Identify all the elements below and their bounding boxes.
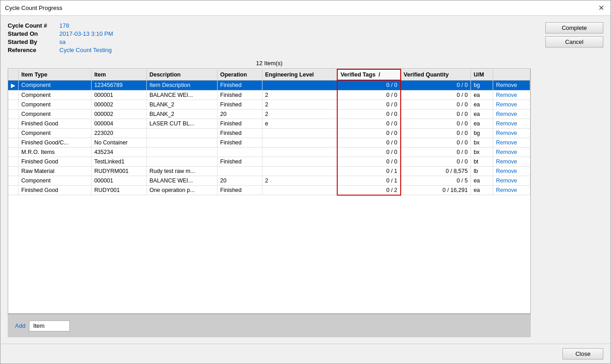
cell-verified-quantity: 0 / 0 [401,147,471,157]
row-indicator [8,109,19,119]
cell-action[interactable]: Remove [493,100,530,109]
table-row[interactable]: Component000001BALANCE WEI...2020 / 10 /… [8,176,530,185]
cell-action[interactable]: Remove [493,157,530,166]
cell-um: bg [470,128,493,138]
cell-item: 000004 [91,119,146,128]
window-close-button[interactable]: ✕ [596,5,606,12]
col-description[interactable]: Description [146,69,217,80]
cycle-count-label: Cycle Count # [8,22,58,29]
cell-item: 000002 [91,100,146,109]
col-verified-tags[interactable]: Verified Tags / [337,69,400,80]
col-item-type[interactable]: Item Type [19,69,92,80]
cell-item: 123456789 [91,80,146,90]
close-button[interactable]: Close [563,348,603,359]
cell-item-type: Finished Good [19,185,92,195]
cell-engineering-level: 2 [262,100,337,109]
table-row[interactable]: M.R.O. Items4352340 / 00 / 0bxRemove [8,147,530,157]
cell-verified-tags: 0 / 0 [337,157,400,166]
cell-um: bx [470,147,493,157]
table-row[interactable]: Component223020Finished0 / 00 / 0bgRemov… [8,128,530,138]
table-row[interactable]: Component000001BALANCE WEI...Finished20 … [8,90,530,100]
cell-operation: Finished [217,185,262,195]
reference-value: Cycle Count Testing [59,47,531,53]
remove-link[interactable]: Remove [496,168,517,174]
title-bar: Cycle Count Progress ✕ [0,0,611,16]
table-row[interactable]: Component000002BLANK_22020 / 00 / 0eaRem… [8,109,530,119]
remove-link[interactable]: Remove [496,92,517,98]
cancel-button[interactable]: Cancel [545,36,603,48]
info-grid: Cycle Count # 178 Started On 2017-03-13 … [8,22,531,53]
cell-action[interactable]: Remove [493,109,530,119]
table-body: ▶Component123456789Item DescriptionFinis… [8,80,530,195]
cell-verified-quantity: 0 / 0 [401,90,471,100]
row-indicator [8,166,19,176]
cell-item: 435234 [91,147,146,157]
cell-operation [217,166,262,176]
cell-um: ea [470,119,493,128]
cell-verified-quantity: 0 / 0 [401,80,471,90]
cell-action[interactable]: Remove [493,147,530,157]
remove-link[interactable]: Remove [496,111,517,117]
cell-operation: Finished [217,157,262,166]
cell-item-type: Component [19,80,92,90]
cell-engineering-level: 2 [262,176,337,185]
cell-action[interactable]: Remove [493,138,530,147]
cell-engineering-level [262,166,337,176]
cell-action[interactable]: Remove [493,166,530,176]
cell-action[interactable]: Remove [493,185,530,195]
cell-verified-tags: 0 / 0 [337,119,400,128]
cell-description: LASER CUT BL... [146,119,217,128]
complete-button[interactable]: Complete [545,22,603,34]
cell-engineering-level: 2 [262,109,337,119]
table-row[interactable]: ▶Component123456789Item DescriptionFinis… [8,80,530,90]
remove-link[interactable]: Remove [496,187,517,193]
main-window: Cycle Count Progress ✕ Cycle Count # 178… [0,0,611,364]
table-row[interactable]: Finished GoodRUDY001One operation p...Fi… [8,185,530,195]
cell-item: 000001 [91,90,146,100]
cell-verified-quantity: 0 / 5 [401,176,471,185]
remove-link[interactable]: Remove [496,149,517,155]
table-row[interactable]: Finished GoodTestLinked1Finished0 / 00 /… [8,157,530,166]
remove-link[interactable]: Remove [496,139,517,146]
cell-action[interactable]: Remove [493,119,530,128]
cell-action[interactable]: Remove [493,80,530,90]
cell-verified-quantity: 0 / 0 [401,100,471,109]
cell-action[interactable]: Remove [493,128,530,138]
row-indicator [8,90,19,100]
cell-description [146,138,217,147]
add-item-input[interactable] [29,321,70,331]
cell-item: RUDYRM001 [91,166,146,176]
cell-item: RUDY001 [91,185,146,195]
col-verified-quantity[interactable]: Verified Quantity [401,69,471,80]
table-row[interactable]: Raw MaterialRUDYRM001Rudy test raw m...0… [8,166,530,176]
cell-description: BALANCE WEI... [146,90,217,100]
remove-link[interactable]: Remove [496,82,517,88]
remove-link[interactable]: Remove [496,177,517,184]
data-table-container[interactable]: Item Type Item Description Operation Eng… [8,68,531,314]
remove-link[interactable]: Remove [496,130,517,136]
table-row[interactable]: Finished Good000004LASER CUT BL...Finish… [8,119,530,128]
footer-bar: Close [0,344,611,364]
cell-item-type: Component [19,100,92,109]
cell-engineering-level [262,157,337,166]
cell-action[interactable]: Remove [493,90,530,100]
cell-item: 000002 [91,109,146,119]
col-item[interactable]: Item [91,69,146,80]
cell-item-type: Raw Material [19,166,92,176]
cell-action[interactable]: Remove [493,176,530,185]
cycle-count-value: 178 [59,22,531,29]
col-um[interactable]: U/M [470,69,493,80]
add-label[interactable]: Add [15,322,25,329]
window-title: Cycle Count Progress [5,5,62,11]
cell-verified-tags: 0 / 2 [337,185,400,195]
col-operation[interactable]: Operation [217,69,262,80]
remove-link[interactable]: Remove [496,120,517,127]
table-row[interactable]: Component000002BLANK_2Finished20 / 00 / … [8,100,530,109]
cell-um: ea [470,109,493,119]
col-engineering-level[interactable]: Engineering Level [262,69,337,80]
remove-link[interactable]: Remove [496,158,517,165]
table-row[interactable]: Finished Good/C...No ContainerFinished0 … [8,138,530,147]
remove-link[interactable]: Remove [496,101,517,108]
cell-verified-tags: 0 / 0 [337,100,400,109]
cell-um: ea [470,176,493,185]
